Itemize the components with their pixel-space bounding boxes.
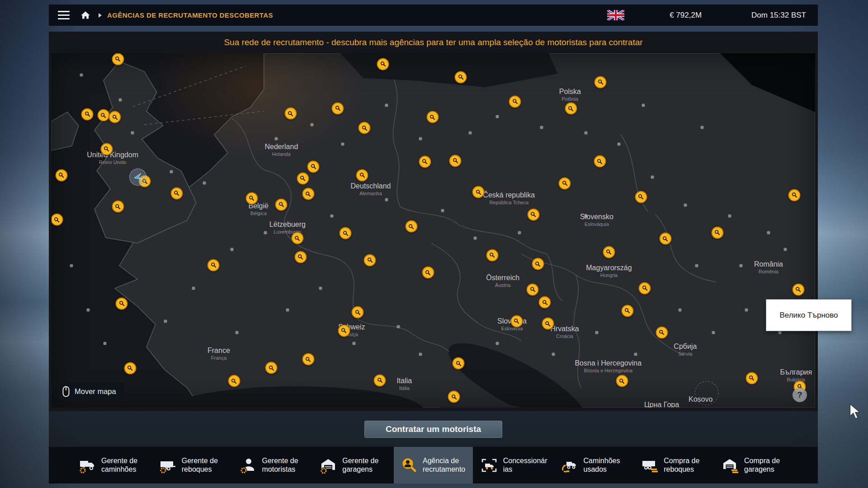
agency-marker[interactable] (422, 267, 434, 279)
game-ui-window: AGÊNCIAS DE RECRUTAMENTO DESCOBERTAS € 7… (49, 5, 818, 483)
agency-marker[interactable] (265, 362, 278, 374)
bottom-toolbar: Gerente de caminhões Gerente de reboques… (49, 447, 818, 483)
tab-driver-manager[interactable]: Gerente de motoristas (233, 447, 312, 483)
agency-marker[interactable] (621, 305, 633, 317)
menu-icon[interactable] (58, 11, 70, 20)
tab-label: Concessionárias (503, 457, 547, 474)
agency-marker[interactable] (338, 324, 350, 337)
agency-marker[interactable] (449, 155, 462, 167)
agency-marker[interactable] (52, 214, 63, 226)
tab-dealerships[interactable]: Concessionárias (474, 447, 553, 483)
agency-marker[interactable] (527, 283, 539, 296)
agency-marker[interactable] (359, 122, 371, 134)
agency-marker[interactable] (302, 353, 314, 366)
agency-marker[interactable] (364, 254, 376, 266)
agency-marker[interactable] (307, 160, 320, 173)
city-dot (595, 331, 598, 334)
agency-marker[interactable] (565, 103, 577, 115)
tab-recruitment-agency[interactable]: Agência de recrutamento (394, 447, 473, 483)
agency-marker[interactable] (112, 53, 124, 65)
agency-marker[interactable] (374, 374, 386, 386)
city-dot (230, 248, 233, 251)
agency-marker[interactable] (352, 306, 364, 319)
city-dot (617, 142, 620, 145)
agency-marker[interactable] (124, 362, 136, 374)
city-dot (203, 181, 206, 184)
agency-marker[interactable] (109, 111, 121, 123)
trailer-manager-icon (159, 456, 177, 474)
agency-marker[interactable] (527, 208, 539, 221)
agency-marker[interactable] (426, 111, 439, 123)
agency-marker[interactable] (532, 258, 544, 270)
agency-marker[interactable] (291, 232, 303, 244)
agency-marker[interactable] (594, 155, 606, 168)
map[interactable]: United KingdomReino UnidoNederlandHoland… (52, 53, 815, 408)
agency-marker[interactable] (639, 282, 651, 294)
agency-marker[interactable] (112, 201, 124, 213)
agency-marker[interactable] (510, 315, 523, 327)
agency-marker[interactable] (455, 71, 467, 83)
home-icon[interactable] (80, 9, 91, 21)
move-map-label: Mover mapa (75, 387, 116, 396)
city-dot (468, 131, 472, 135)
country-label: ItaliaItália (396, 377, 412, 391)
uk-flag-icon[interactable] (607, 10, 624, 20)
agency-marker[interactable] (228, 375, 240, 387)
agency-marker[interactable] (486, 249, 498, 261)
agency-marker[interactable] (284, 108, 297, 120)
agency-marker[interactable] (594, 76, 607, 88)
help-button[interactable]: ? (793, 388, 807, 402)
agency-marker[interactable] (81, 108, 94, 120)
tab-label: Compra de reboques (664, 457, 708, 474)
city-dot (419, 353, 422, 356)
tab-garage-purchase[interactable]: Compra de garagens (715, 447, 794, 483)
agency-marker[interactable] (616, 375, 628, 387)
agency-marker[interactable] (635, 191, 647, 203)
agency-marker[interactable] (340, 227, 352, 239)
agency-marker[interactable] (659, 233, 671, 245)
agency-marker[interactable] (297, 172, 309, 184)
agency-marker[interactable] (377, 58, 389, 70)
agency-marker[interactable] (356, 169, 368, 181)
agency-marker[interactable] (792, 283, 804, 296)
city-dot (684, 203, 687, 206)
country-label: MagyarországHungria (586, 264, 632, 278)
agency-marker[interactable] (208, 259, 220, 271)
agency-marker[interactable] (97, 109, 109, 122)
city-dot (496, 342, 499, 345)
agency-marker[interactable] (302, 188, 314, 200)
agency-marker[interactable] (472, 186, 485, 198)
agency-marker[interactable] (509, 95, 521, 108)
agency-marker[interactable] (603, 246, 615, 258)
agency-marker[interactable] (100, 143, 113, 155)
agency-marker[interactable] (275, 198, 288, 211)
tab-garage-manager[interactable]: Gerente de garagens (313, 447, 392, 483)
agency-marker[interactable] (245, 192, 258, 204)
panel-subtitle: Sua rede de recrutamento - descubra mais… (52, 32, 815, 53)
city-dot (319, 286, 322, 290)
tab-used-trucks[interactable]: Caminhões usados (555, 447, 634, 483)
agency-marker[interactable] (656, 326, 668, 338)
hire-driver-button[interactable]: Contratar um motorista (364, 421, 502, 438)
agency-marker[interactable] (294, 251, 307, 263)
tab-trailer-purchase[interactable]: Compra de reboques (635, 447, 714, 483)
city-dot (385, 104, 388, 107)
city-dot (552, 353, 555, 356)
agency-marker[interactable] (170, 187, 183, 199)
tab-truck-manager[interactable]: Gerente de caminhões (72, 447, 151, 483)
agency-marker[interactable] (332, 102, 344, 114)
agency-marker[interactable] (405, 221, 417, 233)
agency-marker[interactable] (55, 169, 67, 181)
agency-marker[interactable] (116, 297, 128, 310)
used-trucks-icon (561, 456, 579, 474)
agency-marker[interactable] (559, 177, 571, 189)
agency-marker[interactable] (745, 372, 758, 384)
agency-marker[interactable] (711, 226, 723, 239)
agency-marker[interactable] (788, 189, 801, 201)
agency-marker[interactable] (542, 318, 554, 330)
agency-marker[interactable] (453, 357, 465, 370)
agency-marker[interactable] (539, 296, 551, 309)
agency-marker[interactable] (448, 391, 460, 403)
agency-marker[interactable] (419, 155, 431, 168)
tab-trailer-manager[interactable]: Gerente de reboques (153, 447, 232, 483)
